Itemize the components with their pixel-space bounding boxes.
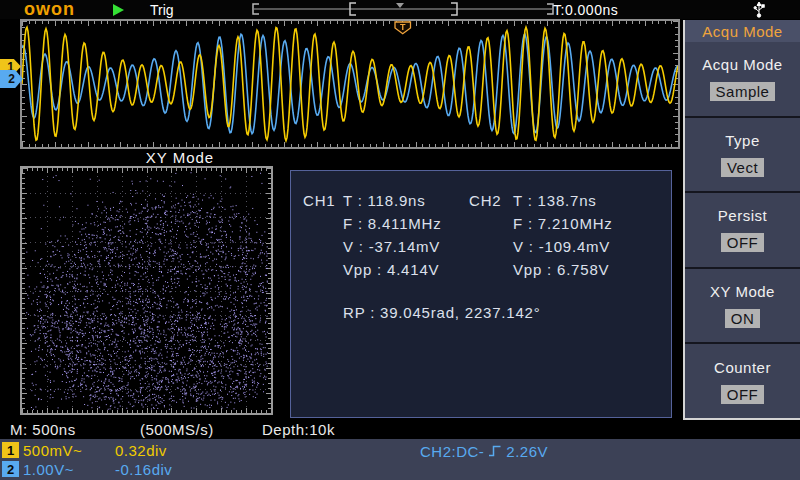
menu-item-counter[interactable]: Counter OFF <box>685 342 800 418</box>
xy-mode-label: XY Mode <box>110 149 250 166</box>
ch1-vpp: Vpp : 4.414V <box>343 258 442 281</box>
trigger-time-readout: T:0.000ns <box>553 2 618 18</box>
waveform-canvas <box>22 21 678 147</box>
oscilloscope-screen: OWON Trig T:0.000ns 1 2 <box>0 0 800 480</box>
ch1-period: T : 118.9ns <box>343 189 442 212</box>
ch2-offset: -0.16div <box>115 461 172 478</box>
trigger-source: CH2:DC- <box>420 443 484 460</box>
waveform-display <box>20 19 680 149</box>
window-marker-icon <box>396 3 404 8</box>
menu-item-xy-mode[interactable]: XY Mode ON <box>685 267 800 343</box>
menu-value: OFF <box>721 233 765 252</box>
softkey-menu: Acqu Mode Acqu Mode Sample Type Vect Per… <box>683 20 800 420</box>
sample-rate-readout: (500MS/s) <box>140 421 214 438</box>
ch1-voltage: V : -37.14mV <box>343 235 442 258</box>
ch2-status-row: 2 1.00V~ -0.16div <box>2 460 74 478</box>
ch2-name: CH2 <box>469 189 501 212</box>
menu-label: Counter <box>714 359 771 376</box>
ch1-measurements: CH1 T : 118.9ns F : 8.411MHz V : -37.14m… <box>303 189 442 281</box>
menu-label: Acqu Mode <box>702 56 782 73</box>
top-bar: OWON Trig T:0.000ns <box>0 0 800 19</box>
xy-display <box>20 166 273 415</box>
trigger-settings-readout: CH2:DC- 2.26V <box>420 442 548 460</box>
record-position-indicator <box>250 1 556 17</box>
brand-logo: OWON <box>24 0 75 18</box>
menu-item-persist[interactable]: Persist OFF <box>685 191 800 267</box>
menu-label: Type <box>725 132 760 149</box>
ch2-measurements: CH2 T : 138.7ns F : 7.210MHz V : -109.4m… <box>469 189 613 281</box>
menu-label: XY Mode <box>710 283 775 300</box>
ch2-vpp: Vpp : 6.758V <box>513 258 613 281</box>
ch2-voltage: V : -109.4mV <box>513 235 613 258</box>
ch1-status-row: 1 500mV~ 0.32div <box>2 441 82 459</box>
ch2-period: T : 138.7ns <box>513 189 613 212</box>
ch2-frequency: F : 7.210MHz <box>513 212 613 235</box>
trigger-position-marker[interactable]: T <box>394 21 412 35</box>
menu-value: OFF <box>721 385 765 404</box>
usb-icon <box>753 2 765 18</box>
menu-label: Persist <box>718 207 767 224</box>
measurement-panel: CH1 T : 118.9ns F : 8.411MHz V : -37.14m… <box>290 170 672 418</box>
rising-edge-icon <box>488 444 502 458</box>
menu-value: ON <box>725 309 761 328</box>
relative-phase-readout: RP : 39.045rad, 2237.142° <box>343 301 541 324</box>
trigger-flag-letter: T <box>400 22 406 32</box>
acquisition-status-row: M: 500ns (500MS/s) Depth:10k <box>0 421 690 438</box>
trigger-level: 2.26V <box>506 443 548 460</box>
channel-status-bar: 1 500mV~ 0.32div 2 1.00V~ -0.16div CH2:D… <box>0 439 800 480</box>
run-state-icon <box>113 4 124 16</box>
ch2-scale: 1.00V~ <box>23 461 74 478</box>
menu-value: Vect <box>721 158 764 177</box>
menu-title: Acqu Mode <box>685 20 800 42</box>
menu-item-type[interactable]: Type Vect <box>685 116 800 192</box>
menu-item-acqu-mode[interactable]: Acqu Mode Sample <box>685 42 800 116</box>
ch1-badge[interactable]: 1 <box>2 442 19 458</box>
memory-depth-readout: Depth:10k <box>262 421 335 438</box>
ch2-badge[interactable]: 2 <box>2 461 19 477</box>
ch1-offset: 0.32div <box>115 442 167 459</box>
trigger-status-label: Trig <box>150 2 174 18</box>
ch1-scale: 500mV~ <box>23 442 82 459</box>
timebase-readout: M: 500ns <box>10 421 76 438</box>
menu-title-text: Acqu Mode <box>702 23 782 40</box>
ch1-name: CH1 <box>303 189 335 212</box>
xy-canvas <box>22 168 271 413</box>
menu-value: Sample <box>710 82 776 101</box>
ch1-frequency: F : 8.411MHz <box>343 212 442 235</box>
